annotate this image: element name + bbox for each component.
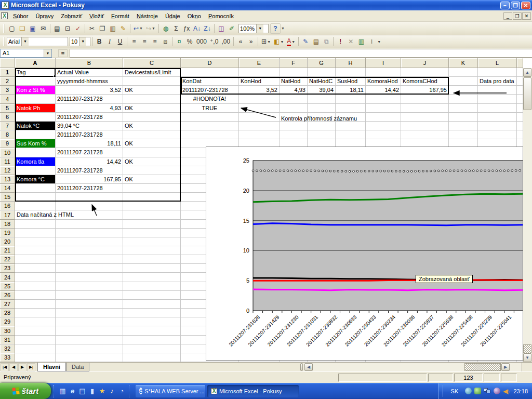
cell-A9[interactable]: Sus Kom % (15, 139, 55, 148)
decrease-indent-icon[interactable]: « (235, 36, 246, 47)
scroll-right-icon[interactable]: ▶ (501, 363, 510, 371)
cell-G3[interactable]: 39,04 (308, 86, 335, 94)
cell-A5[interactable]: Natok Ph (15, 104, 55, 112)
row-header-28[interactable]: 28 (0, 309, 15, 317)
cell-D4[interactable]: #HODNOTA! (181, 95, 238, 103)
scroll-left-icon[interactable]: ◀ (304, 363, 313, 371)
cell-B4[interactable]: 20111207-231728 (56, 95, 123, 103)
autosum-icon[interactable]: Σ (171, 23, 181, 34)
row-header-2[interactable]: 2 (0, 77, 15, 86)
scroll-up-icon[interactable]: ▲ (523, 68, 531, 77)
formula-input[interactable] (70, 49, 532, 58)
cell-F2[interactable]: NatHod (280, 77, 307, 85)
column-header-A[interactable]: A (15, 58, 56, 68)
help-button[interactable]: ? (270, 23, 281, 34)
row-header-13[interactable]: 13 (0, 175, 15, 184)
increase-indent-icon[interactable]: » (246, 36, 256, 47)
embedded-chart[interactable]: 051015202520111207-23162820111207-231429… (206, 147, 523, 361)
column-header-C[interactable]: C (123, 58, 181, 68)
italic-icon[interactable]: I (104, 36, 115, 47)
cell-C1[interactable]: Devicestatus/Limit (123, 68, 180, 76)
cell-B7[interactable]: 39,04 °C (56, 122, 123, 130)
toolbar-options-chevron[interactable]: ▼ (377, 40, 381, 44)
underline-icon[interactable]: U (115, 36, 125, 47)
column-header-partial[interactable] (517, 58, 523, 68)
column-header-D[interactable]: D (181, 58, 239, 68)
sort-ascending-icon[interactable]: A↓ (192, 23, 202, 34)
cell-B5[interactable]: 4,93 (56, 104, 123, 112)
increase-decimal-icon[interactable]: ⁺,0 (208, 36, 220, 47)
chevron-down-icon[interactable]: ▼ (256, 24, 263, 33)
open-icon[interactable]: ❏ (17, 23, 28, 34)
menu-vloi[interactable]: Vložiť (86, 11, 108, 21)
menu-pomocnk[interactable]: Pomocník (205, 11, 237, 21)
column-header-B[interactable]: B (56, 58, 123, 68)
scroll-page-region[interactable] (523, 344, 531, 353)
cell-H2[interactable]: SusHod (336, 77, 365, 85)
cell-B3[interactable]: 3,52 (56, 86, 123, 94)
cell-D3[interactable]: 20111207-231728 (181, 86, 238, 94)
vertical-scroll-thumb[interactable] (523, 77, 531, 110)
align-right-icon[interactable]: ≡ (150, 36, 160, 47)
network-icon[interactable] (484, 388, 491, 394)
chevron-down-icon[interactable]: ▼ (280, 40, 284, 44)
workbook-close-button[interactable]: ✕ (522, 12, 531, 20)
row-header-15[interactable]: 15 (0, 193, 15, 202)
cell-C7[interactable]: OK (123, 122, 180, 130)
row-header-21[interactable]: 21 (0, 246, 15, 255)
menu-okno[interactable]: Okno (184, 11, 205, 21)
row-header-3[interactable]: 3 (0, 86, 15, 95)
cell-E2[interactable]: KonHod (239, 77, 279, 85)
cell-B6[interactable]: 20111207-231728 (56, 113, 123, 121)
cell-A11[interactable]: Komora tla (15, 157, 55, 166)
horizontal-scroll-thumb[interactable] (464, 363, 501, 371)
close-button[interactable]: ✕ (521, 2, 530, 9)
column-header-J[interactable]: J (401, 58, 449, 68)
row-header-19[interactable]: 19 (0, 229, 15, 237)
chevron-down-icon[interactable]: ▼ (21, 37, 29, 46)
row-header-7[interactable]: 7 (0, 122, 15, 130)
restore-button[interactable]: ❐ (511, 2, 520, 9)
addin-cancel-icon[interactable]: ✕ (345, 36, 356, 47)
cell-C13[interactable]: OK (123, 175, 180, 183)
cell-F3[interactable]: 4,93 (280, 86, 307, 94)
workbook-minimize-button[interactable]: _ (503, 12, 512, 20)
copy-icon[interactable]: ❐ (97, 23, 108, 34)
paste-function-icon[interactable]: ƒx (181, 23, 192, 34)
cell-D5[interactable]: TRUE (181, 104, 238, 112)
row-header-31[interactable]: 31 (0, 336, 15, 344)
column-header-K[interactable]: K (449, 58, 478, 68)
sheet-tab-hlavni[interactable]: Hlavni (37, 363, 66, 371)
row-header-29[interactable]: 29 (0, 317, 15, 326)
cell-A1[interactable]: Tag (15, 68, 55, 76)
zoom-select[interactable]: 100% ▼ (238, 24, 269, 33)
cut-icon[interactable]: ✂ (87, 23, 97, 34)
menu-zobrazi[interactable]: Zobraziť (57, 11, 86, 21)
chevron-down-icon[interactable]: ▼ (291, 40, 295, 44)
task-button-1[interactable]: eS*HALA WEB Server ... (136, 385, 205, 397)
cell-A3[interactable]: Kon z St % (15, 86, 55, 94)
cell-E3[interactable]: 3,52 (239, 86, 279, 94)
save-icon[interactable]: ▣ (28, 23, 38, 34)
mail-icon[interactable]: ✉ (38, 23, 48, 34)
drawing-icon[interactable]: ✐ (227, 23, 237, 34)
row-header-14[interactable]: 14 (0, 184, 15, 193)
row-header-16[interactable]: 16 (0, 202, 15, 210)
horizontal-scrollbar[interactable]: ◀ ▶ (303, 363, 522, 371)
favorites-star-icon[interactable]: ★ (97, 386, 107, 396)
row-header-22[interactable]: 22 (0, 255, 15, 264)
column-header-L[interactable]: L (478, 58, 517, 68)
decrease-decimal-icon[interactable]: ,00 (220, 36, 232, 47)
select-all-corner[interactable] (0, 58, 15, 68)
cell-I3[interactable]: 14,42 (366, 86, 401, 94)
edit-formula-button[interactable]: = (58, 49, 68, 57)
spelling-icon[interactable]: ✓ (73, 23, 83, 34)
cell-B14[interactable]: 20111207-231728 (56, 184, 123, 192)
fill-handle[interactable] (54, 75, 56, 77)
storage-icon[interactable]: ▮ (87, 386, 97, 396)
chevron-down-icon[interactable]: ▼ (44, 49, 51, 57)
column-header-E[interactable]: E (239, 58, 280, 68)
cell-C5[interactable]: OK (123, 104, 180, 112)
thousands-icon[interactable]: 000 (195, 36, 208, 47)
toolbar-grip[interactable] (3, 24, 5, 33)
